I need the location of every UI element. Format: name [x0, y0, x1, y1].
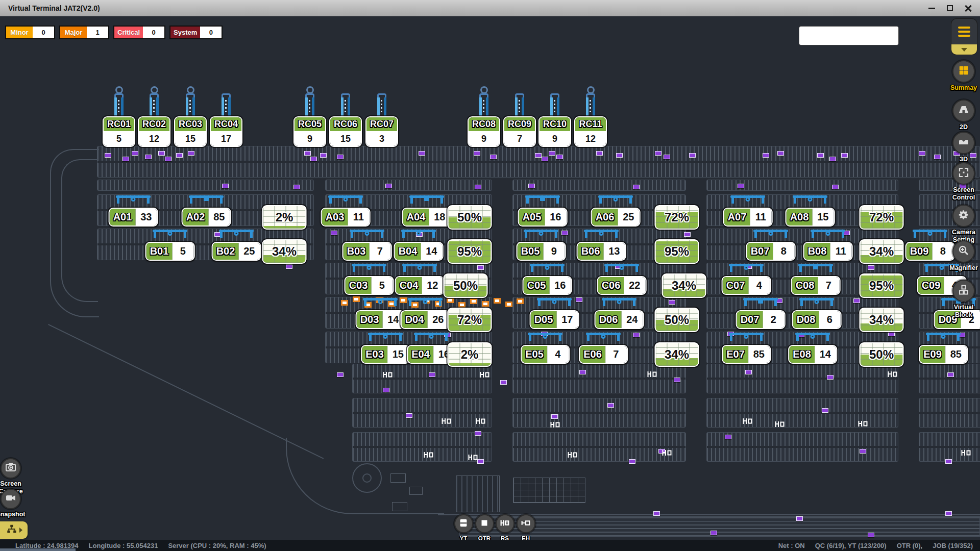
- occupancy-badge[interactable]: 95%: [448, 239, 492, 264]
- block-crane-icon: [729, 262, 764, 276]
- sidebar-button-magnifier[interactable]: [952, 240, 975, 263]
- occupancy-badge[interactable]: 34%: [860, 308, 904, 332]
- block-C07[interactable]: C074: [722, 276, 771, 295]
- block-count: 8: [773, 243, 794, 260]
- bottom-tool-button-eh[interactable]: [517, 514, 535, 533]
- block-crane-icon: [153, 228, 187, 242]
- block-A03[interactable]: A0311: [321, 208, 371, 227]
- occupancy-badge[interactable]: 72%: [448, 308, 492, 332]
- left-tool-button-snapshot[interactable]: [1, 489, 21, 509]
- yard-band: [919, 432, 980, 462]
- maximize-button[interactable]: [942, 2, 958, 14]
- block-C04[interactable]: C0412: [395, 276, 445, 295]
- block-A02[interactable]: A0285: [182, 208, 231, 227]
- alarm-chip-system[interactable]: System0: [169, 26, 223, 39]
- block-E08[interactable]: E0814: [788, 345, 837, 364]
- alarm-chip-minor[interactable]: Minor0: [5, 26, 55, 39]
- block-B05[interactable]: B059: [517, 242, 566, 261]
- crane-RC02[interactable]: RC0212: [138, 116, 170, 147]
- block-A05[interactable]: A0516: [518, 208, 568, 227]
- block-E06[interactable]: E067: [579, 345, 628, 364]
- block-C08[interactable]: C087: [791, 276, 841, 295]
- block-A08[interactable]: A0815: [786, 208, 835, 227]
- sidebar-item-virtual-block: Virtual Block: [944, 280, 980, 319]
- search-input[interactable]: [799, 27, 899, 45]
- marker-truck-orange: [505, 302, 512, 307]
- crane-id: RC09: [504, 117, 535, 132]
- occupancy-badge[interactable]: 34%: [655, 342, 699, 367]
- minimize-button[interactable]: [924, 2, 939, 14]
- block-E07[interactable]: E0785: [722, 345, 771, 364]
- block-A04[interactable]: A0418: [402, 208, 452, 227]
- main-menu-button[interactable]: [951, 19, 977, 55]
- crane-RC08[interactable]: RC089: [468, 116, 500, 147]
- block-D05[interactable]: D0517: [530, 310, 579, 329]
- occupancy-badge[interactable]: 2%: [262, 205, 307, 230]
- crane-RC09[interactable]: RC097: [503, 116, 536, 147]
- tree-panel-tab[interactable]: [0, 521, 28, 539]
- block-crane-icon: [811, 228, 845, 242]
- block-C06[interactable]: C0622: [597, 276, 647, 295]
- occupancy-badge[interactable]: 50%: [655, 308, 699, 332]
- block-E03[interactable]: E0315: [361, 345, 410, 364]
- badge-percent: 50%: [861, 343, 903, 366]
- block-C05[interactable]: C0516: [523, 276, 572, 295]
- block-E05[interactable]: E054: [521, 345, 570, 364]
- sidebar-button-virtual-block[interactable]: [952, 280, 975, 302]
- occupancy-badge[interactable]: 95%: [860, 273, 904, 298]
- block-D06[interactable]: D0624: [595, 310, 644, 329]
- block-A06[interactable]: A0625: [591, 208, 641, 227]
- block-B08[interactable]: B0811: [803, 242, 853, 261]
- block-B02[interactable]: B0225: [212, 242, 261, 261]
- sidebar-button-camera-setting[interactable]: [952, 205, 975, 227]
- occupancy-badge[interactable]: 50%: [448, 205, 492, 230]
- occupancy-badge[interactable]: 72%: [655, 205, 699, 230]
- occupancy-badge[interactable]: 50%: [860, 342, 904, 367]
- sidebar-button-screen-control[interactable]: [952, 162, 975, 185]
- block-E09[interactable]: E0985: [919, 345, 968, 364]
- crane-RC01[interactable]: RC015: [103, 116, 135, 147]
- alarm-chip-critical[interactable]: Critical0: [113, 26, 165, 39]
- sidebar-button-2d[interactable]: [952, 99, 975, 122]
- occupancy-badge[interactable]: 95%: [655, 239, 699, 264]
- occupancy-badge[interactable]: 34%: [860, 239, 904, 264]
- left-tool-button-screen-capture[interactable]: [1, 458, 21, 479]
- block-id: B06: [578, 243, 604, 260]
- marker-handler-icon: [743, 417, 752, 427]
- crane-RC05[interactable]: RC059: [293, 116, 326, 147]
- crane-RC04[interactable]: RC0417: [210, 116, 242, 147]
- crane-RC06[interactable]: RC0615: [329, 116, 362, 147]
- block-C03[interactable]: C035: [345, 276, 394, 295]
- badge-percent: 95%: [861, 274, 903, 297]
- block-D07[interactable]: D072: [736, 310, 786, 329]
- crane-RC07[interactable]: RC073: [365, 116, 398, 147]
- marker-container-purple: [684, 232, 691, 237]
- block-B03[interactable]: B037: [342, 242, 392, 261]
- bottom-tool-eh: EH: [510, 514, 541, 542]
- block-D08[interactable]: D086: [792, 310, 842, 329]
- maximize-icon: [947, 5, 953, 11]
- block-count: 11: [348, 209, 369, 226]
- crane-RC10[interactable]: RC109: [538, 116, 571, 147]
- marker-container-purple: [477, 459, 484, 464]
- occupancy-badge[interactable]: 72%: [860, 205, 904, 230]
- block-B07[interactable]: B078: [746, 242, 796, 261]
- block-B04[interactable]: B0414: [394, 242, 444, 261]
- block-A07[interactable]: A0711: [723, 208, 773, 227]
- block-A01[interactable]: A0133: [109, 208, 158, 227]
- occupancy-badge[interactable]: 34%: [262, 239, 307, 264]
- block-D04[interactable]: D0426: [401, 310, 450, 329]
- block-D03[interactable]: D0314: [356, 310, 405, 329]
- crane-RC11[interactable]: RC1112: [574, 116, 607, 147]
- alarm-chip-major[interactable]: Major1: [59, 26, 109, 39]
- occupancy-badge[interactable]: 50%: [444, 273, 488, 298]
- block-B01[interactable]: B015: [145, 242, 195, 261]
- sidebar-button-summary[interactable]: [952, 60, 975, 83]
- crane-RC03[interactable]: RC0315: [174, 116, 207, 147]
- occupancy-badge[interactable]: 34%: [662, 273, 706, 298]
- sidebar-button-3d[interactable]: [952, 132, 975, 154]
- block-B06[interactable]: B0613: [577, 242, 626, 261]
- occupancy-badge[interactable]: 2%: [448, 342, 492, 367]
- close-button[interactable]: [961, 2, 976, 14]
- marker-container-purple: [616, 153, 623, 158]
